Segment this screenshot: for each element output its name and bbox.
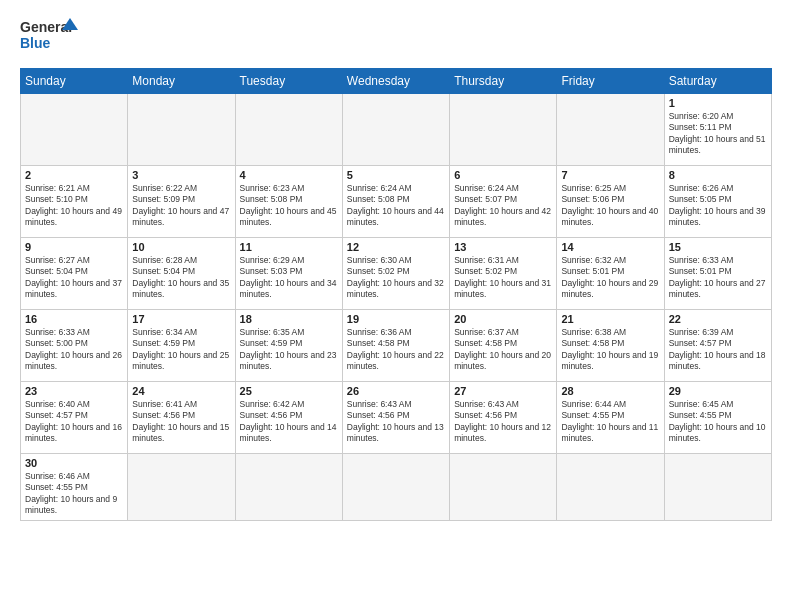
- week-row-4: 16Sunrise: 6:33 AMSunset: 5:00 PMDayligh…: [21, 310, 772, 382]
- header: General Blue: [20, 16, 772, 60]
- calendar-cell: 10Sunrise: 6:28 AMSunset: 5:04 PMDayligh…: [128, 238, 235, 310]
- day-info: Sunrise: 6:33 AMSunset: 5:00 PMDaylight:…: [25, 327, 123, 373]
- day-info: Sunrise: 6:39 AMSunset: 4:57 PMDaylight:…: [669, 327, 767, 373]
- header-wednesday: Wednesday: [342, 69, 449, 94]
- calendar-cell: [128, 454, 235, 521]
- calendar-cell: 25Sunrise: 6:42 AMSunset: 4:56 PMDayligh…: [235, 382, 342, 454]
- calendar-cell: 18Sunrise: 6:35 AMSunset: 4:59 PMDayligh…: [235, 310, 342, 382]
- day-info: Sunrise: 6:24 AMSunset: 5:07 PMDaylight:…: [454, 183, 552, 229]
- day-info: Sunrise: 6:23 AMSunset: 5:08 PMDaylight:…: [240, 183, 338, 229]
- calendar-cell: 4Sunrise: 6:23 AMSunset: 5:08 PMDaylight…: [235, 166, 342, 238]
- day-info: Sunrise: 6:26 AMSunset: 5:05 PMDaylight:…: [669, 183, 767, 229]
- day-number: 27: [454, 385, 552, 397]
- day-number: 8: [669, 169, 767, 181]
- day-number: 2: [25, 169, 123, 181]
- day-info: Sunrise: 6:25 AMSunset: 5:06 PMDaylight:…: [561, 183, 659, 229]
- day-number: 13: [454, 241, 552, 253]
- calendar-cell: 21Sunrise: 6:38 AMSunset: 4:58 PMDayligh…: [557, 310, 664, 382]
- day-number: 11: [240, 241, 338, 253]
- calendar-cell: 17Sunrise: 6:34 AMSunset: 4:59 PMDayligh…: [128, 310, 235, 382]
- day-number: 5: [347, 169, 445, 181]
- day-number: 23: [25, 385, 123, 397]
- calendar-cell: 27Sunrise: 6:43 AMSunset: 4:56 PMDayligh…: [450, 382, 557, 454]
- day-number: 1: [669, 97, 767, 109]
- day-info: Sunrise: 6:43 AMSunset: 4:56 PMDaylight:…: [454, 399, 552, 445]
- day-info: Sunrise: 6:35 AMSunset: 4:59 PMDaylight:…: [240, 327, 338, 373]
- calendar-cell: 6Sunrise: 6:24 AMSunset: 5:07 PMDaylight…: [450, 166, 557, 238]
- calendar-cell: 2Sunrise: 6:21 AMSunset: 5:10 PMDaylight…: [21, 166, 128, 238]
- day-number: 3: [132, 169, 230, 181]
- day-info: Sunrise: 6:40 AMSunset: 4:57 PMDaylight:…: [25, 399, 123, 445]
- calendar-cell: [342, 454, 449, 521]
- calendar-cell: 13Sunrise: 6:31 AMSunset: 5:02 PMDayligh…: [450, 238, 557, 310]
- calendar-cell: 16Sunrise: 6:33 AMSunset: 5:00 PMDayligh…: [21, 310, 128, 382]
- day-number: 17: [132, 313, 230, 325]
- day-number: 18: [240, 313, 338, 325]
- day-info: Sunrise: 6:34 AMSunset: 4:59 PMDaylight:…: [132, 327, 230, 373]
- calendar-cell: 24Sunrise: 6:41 AMSunset: 4:56 PMDayligh…: [128, 382, 235, 454]
- day-info: Sunrise: 6:31 AMSunset: 5:02 PMDaylight:…: [454, 255, 552, 301]
- calendar-cell: 19Sunrise: 6:36 AMSunset: 4:58 PMDayligh…: [342, 310, 449, 382]
- calendar-cell: [557, 94, 664, 166]
- day-info: Sunrise: 6:29 AMSunset: 5:03 PMDaylight:…: [240, 255, 338, 301]
- day-info: Sunrise: 6:43 AMSunset: 4:56 PMDaylight:…: [347, 399, 445, 445]
- calendar-cell: [664, 454, 771, 521]
- calendar-cell: [557, 454, 664, 521]
- header-sunday: Sunday: [21, 69, 128, 94]
- calendar-cell: 5Sunrise: 6:24 AMSunset: 5:08 PMDaylight…: [342, 166, 449, 238]
- calendar-cell: 7Sunrise: 6:25 AMSunset: 5:06 PMDaylight…: [557, 166, 664, 238]
- day-number: 9: [25, 241, 123, 253]
- calendar-cell: 23Sunrise: 6:40 AMSunset: 4:57 PMDayligh…: [21, 382, 128, 454]
- calendar-cell: 9Sunrise: 6:27 AMSunset: 5:04 PMDaylight…: [21, 238, 128, 310]
- day-number: 28: [561, 385, 659, 397]
- week-row-5: 23Sunrise: 6:40 AMSunset: 4:57 PMDayligh…: [21, 382, 772, 454]
- day-info: Sunrise: 6:42 AMSunset: 4:56 PMDaylight:…: [240, 399, 338, 445]
- calendar-cell: [235, 454, 342, 521]
- header-friday: Friday: [557, 69, 664, 94]
- day-info: Sunrise: 6:21 AMSunset: 5:10 PMDaylight:…: [25, 183, 123, 229]
- header-thursday: Thursday: [450, 69, 557, 94]
- day-info: Sunrise: 6:41 AMSunset: 4:56 PMDaylight:…: [132, 399, 230, 445]
- calendar-cell: [235, 94, 342, 166]
- day-info: Sunrise: 6:24 AMSunset: 5:08 PMDaylight:…: [347, 183, 445, 229]
- calendar-cell: 15Sunrise: 6:33 AMSunset: 5:01 PMDayligh…: [664, 238, 771, 310]
- day-number: 12: [347, 241, 445, 253]
- calendar-header-row: SundayMondayTuesdayWednesdayThursdayFrid…: [21, 69, 772, 94]
- calendar-cell: 20Sunrise: 6:37 AMSunset: 4:58 PMDayligh…: [450, 310, 557, 382]
- calendar-cell: 30Sunrise: 6:46 AMSunset: 4:55 PMDayligh…: [21, 454, 128, 521]
- calendar-cell: 11Sunrise: 6:29 AMSunset: 5:03 PMDayligh…: [235, 238, 342, 310]
- day-number: 24: [132, 385, 230, 397]
- day-number: 20: [454, 313, 552, 325]
- page: General Blue SundayMondayTuesdayWednesda…: [0, 0, 792, 531]
- day-number: 22: [669, 313, 767, 325]
- calendar-cell: 1Sunrise: 6:20 AMSunset: 5:11 PMDaylight…: [664, 94, 771, 166]
- day-number: 30: [25, 457, 123, 469]
- calendar-cell: 22Sunrise: 6:39 AMSunset: 4:57 PMDayligh…: [664, 310, 771, 382]
- week-row-3: 9Sunrise: 6:27 AMSunset: 5:04 PMDaylight…: [21, 238, 772, 310]
- week-row-2: 2Sunrise: 6:21 AMSunset: 5:10 PMDaylight…: [21, 166, 772, 238]
- day-number: 14: [561, 241, 659, 253]
- week-row-6: 30Sunrise: 6:46 AMSunset: 4:55 PMDayligh…: [21, 454, 772, 521]
- calendar-cell: 8Sunrise: 6:26 AMSunset: 5:05 PMDaylight…: [664, 166, 771, 238]
- day-number: 16: [25, 313, 123, 325]
- header-monday: Monday: [128, 69, 235, 94]
- header-saturday: Saturday: [664, 69, 771, 94]
- day-info: Sunrise: 6:36 AMSunset: 4:58 PMDaylight:…: [347, 327, 445, 373]
- day-info: Sunrise: 6:32 AMSunset: 5:01 PMDaylight:…: [561, 255, 659, 301]
- day-number: 7: [561, 169, 659, 181]
- calendar-cell: 14Sunrise: 6:32 AMSunset: 5:01 PMDayligh…: [557, 238, 664, 310]
- calendar-cell: 29Sunrise: 6:45 AMSunset: 4:55 PMDayligh…: [664, 382, 771, 454]
- calendar-cell: 3Sunrise: 6:22 AMSunset: 5:09 PMDaylight…: [128, 166, 235, 238]
- day-number: 19: [347, 313, 445, 325]
- day-number: 15: [669, 241, 767, 253]
- day-info: Sunrise: 6:27 AMSunset: 5:04 PMDaylight:…: [25, 255, 123, 301]
- day-info: Sunrise: 6:37 AMSunset: 4:58 PMDaylight:…: [454, 327, 552, 373]
- logo: General Blue: [20, 16, 80, 60]
- day-info: Sunrise: 6:46 AMSunset: 4:55 PMDaylight:…: [25, 471, 123, 517]
- day-number: 25: [240, 385, 338, 397]
- day-info: Sunrise: 6:20 AMSunset: 5:11 PMDaylight:…: [669, 111, 767, 157]
- day-number: 4: [240, 169, 338, 181]
- day-info: Sunrise: 6:30 AMSunset: 5:02 PMDaylight:…: [347, 255, 445, 301]
- day-info: Sunrise: 6:33 AMSunset: 5:01 PMDaylight:…: [669, 255, 767, 301]
- day-number: 10: [132, 241, 230, 253]
